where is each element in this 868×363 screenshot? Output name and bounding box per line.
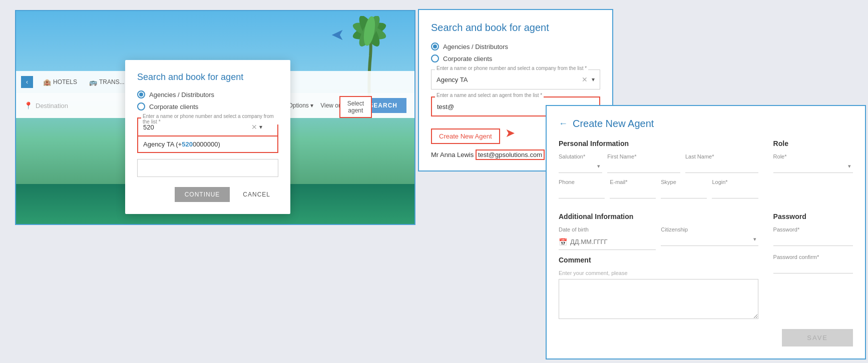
role-col: Role Role* (773, 140, 853, 204)
role-title: Role (773, 140, 853, 148)
comment-section: Comment Enter your comment, please (559, 256, 758, 321)
email-field: E-mail* (610, 179, 656, 198)
comment-hint: Enter your comment, please (559, 270, 758, 276)
continue-button[interactable]: CONTINUE (175, 187, 230, 202)
create-agent-title: Create New Agent (573, 118, 654, 130)
password-confirm-field: Password confirm* (773, 254, 853, 274)
panel2-radio-corporate[interactable]: Corporate clients (431, 54, 600, 62)
comment-textarea[interactable] (559, 279, 758, 319)
transfer-icon: 🚌 (89, 78, 97, 86)
panel2-agent-label: Enter a name and select an agent from th… (435, 92, 544, 98)
skype-input[interactable] (661, 186, 707, 198)
panel2-title: Search and book for agent (431, 22, 600, 34)
citizenship-field: Citizenship (661, 226, 758, 250)
role-select[interactable] (773, 161, 853, 173)
calendar-icon: 📅 (559, 238, 567, 246)
panel3-create-agent: ← Create New Agent Personal Information … (546, 105, 866, 360)
modal-buttons: CONTINUE CANCEL (137, 187, 278, 202)
panel3-footer: SAVE (559, 329, 853, 346)
location-icon: 📍 (24, 102, 33, 110)
phone-field: Phone (559, 179, 605, 198)
modal1-radio-group: Agencies / Distributors Corporate client… (137, 90, 278, 110)
panel2-radio-group: Agencies / Distributors Corporate client… (431, 42, 600, 62)
radio-agencies-circle (137, 90, 145, 98)
nav-transfers[interactable]: 🚌 TRANS... (83, 71, 131, 93)
role-select-wrapper (773, 161, 853, 173)
red-arrow-annotation: ➤ (505, 126, 515, 140)
password-field: Password* (773, 226, 853, 246)
password-title: Password (773, 212, 853, 220)
panel3-header: ← Create New Agent (559, 118, 853, 130)
cancel-button[interactable]: CANCEL (235, 187, 278, 202)
personal-info-col: Personal Information Salutation* First N… (559, 140, 758, 204)
panel2-radio-corporate-circle (431, 54, 439, 62)
radio-corporate[interactable]: Corporate clients (137, 102, 278, 110)
citizenship-select[interactable] (661, 234, 758, 246)
panel2-radio-agencies[interactable]: Agencies / Distributors (431, 42, 600, 50)
login-field: Login* (712, 179, 758, 198)
agent-select-input[interactable] (137, 159, 278, 177)
panel2-company-box[interactable]: Agency TA ✕ ▾ (431, 70, 600, 90)
panel2-company-field: Enter a name or phone number and select … (431, 70, 600, 90)
dob-field: Date of birth 📅 (559, 226, 656, 250)
first-name-field: First Name* (607, 154, 680, 173)
back-button[interactable]: ← (559, 118, 568, 129)
login-input[interactable] (712, 186, 758, 198)
role-field: Role* (773, 154, 853, 173)
first-name-input[interactable] (607, 161, 680, 173)
agent-email: test@gpsolutions.com (476, 150, 545, 160)
last-name-field: Last Name* (685, 154, 758, 173)
company-field-container: Enter a name or phone number and select … (137, 118, 278, 153)
email-input[interactable] (610, 186, 656, 198)
save-button[interactable]: SAVE (782, 329, 853, 346)
radio-corporate-circle (137, 102, 145, 110)
personal-info-role-row: Personal Information Salutation* First N… (559, 140, 853, 204)
dob-citizenship-row: Date of birth 📅 Citizenship (559, 226, 758, 250)
password-input[interactable] (773, 234, 853, 246)
password-col: Password Password* Password confirm* (773, 212, 853, 321)
skype-field: Skype (661, 179, 707, 198)
additional-info-col: Additional Information Date of birth 📅 C… (559, 212, 758, 321)
modal-search-book: Search and book for agent Agencies / Dis… (125, 60, 290, 214)
company-dropdown-item[interactable]: Agency TA (+5200000000) (137, 136, 278, 153)
salutation-select-wrapper (559, 161, 602, 173)
personal-info-title: Personal Information (559, 140, 758, 148)
phone-input[interactable] (559, 186, 605, 198)
citizenship-select-wrapper (661, 234, 758, 246)
dob-wrapper[interactable]: 📅 (559, 234, 656, 250)
contact-row: Phone E-mail* Skype Login* (559, 179, 758, 198)
salutation-field: Salutation* (559, 154, 602, 173)
company-chevron-icon[interactable]: ▾ (592, 76, 595, 83)
radio-agencies[interactable]: Agencies / Distributors (137, 90, 278, 98)
name-row: Salutation* First Name* Last Name* (559, 154, 758, 173)
modal1-title: Search and book for agent (137, 72, 278, 82)
additional-info-title: Additional Information (559, 212, 758, 220)
panel2-radio-agencies-circle (431, 42, 439, 50)
additional-password-row: Additional Information Date of birth 📅 C… (559, 212, 853, 321)
blue-arrow-annotation: ➤ (331, 25, 344, 44)
company-clear-icon[interactable]: ✕ (582, 76, 588, 84)
dob-input[interactable] (570, 236, 656, 248)
agent-field-container (137, 159, 278, 177)
hotel-icon: 🏨 (43, 78, 51, 86)
expand-icon[interactable]: ▾ (259, 124, 262, 130)
nav-hotels[interactable]: 🏨 HOTELS (37, 71, 83, 93)
panel2-company-label: Enter a name or phone number and select … (435, 66, 588, 71)
password-confirm-input[interactable] (773, 262, 853, 274)
comment-title: Comment (559, 256, 758, 264)
nav-back-arrow[interactable]: ‹ (21, 76, 33, 88)
create-new-agent-button[interactable]: Create New Agent (431, 128, 500, 144)
highlight-text: 520 (182, 140, 193, 148)
last-name-input[interactable] (685, 161, 758, 173)
company-field-label: Enter a name or phone number and select … (141, 114, 278, 124)
salutation-select[interactable] (559, 161, 602, 173)
select-agent-button[interactable]: Select agent (339, 96, 372, 118)
